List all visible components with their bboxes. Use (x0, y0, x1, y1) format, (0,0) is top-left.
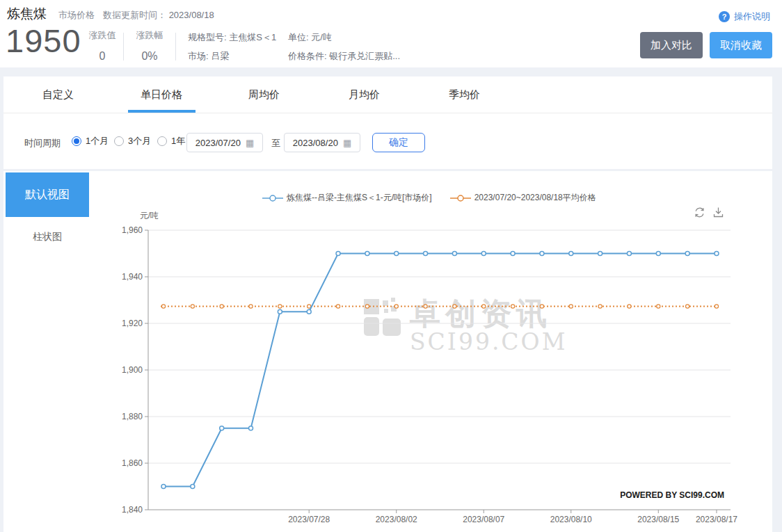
page-header: 炼焦煤 市场价格 数据更新时间： 2023/08/18 1950 涨跌值 0 涨… (0, 0, 782, 67)
current-price: 1950 (6, 22, 81, 60)
unfavorite-button[interactable]: 取消收藏 (710, 32, 772, 58)
end-date-input[interactable]: 2023/08/20 ▦ (284, 133, 360, 152)
svg-text:2023/08/10: 2023/08/10 (550, 515, 592, 524)
to-label: 至 (271, 137, 280, 150)
calendar-icon: ▦ (343, 138, 351, 147)
active-tab-underline (128, 110, 196, 113)
change-value-block: 涨跌值 0 (85, 29, 120, 63)
divider (123, 33, 124, 61)
svg-text:2023/08/17: 2023/08/17 (696, 515, 737, 524)
spec-unit: 单位: 元/吨 (288, 28, 400, 47)
svg-text:1,900: 1,900 (122, 365, 143, 375)
spec-model: 规格型号: 主焦煤S＜1 (188, 28, 276, 47)
radio-button-icon (72, 136, 81, 146)
svg-text:1,860: 1,860 (122, 458, 143, 468)
confirm-button[interactable]: 确定 (372, 133, 425, 152)
tab-monthly-avg[interactable]: 月均价 (349, 88, 380, 102)
change-pct-block: 涨跌幅 0% (132, 29, 167, 63)
svg-text:2023/08/15: 2023/08/15 (637, 515, 679, 524)
svg-text:1,880: 1,880 (122, 412, 143, 421)
question-mark-icon: ? (719, 11, 730, 22)
tab-bar: 自定义 单日价格 周均价 月均价 季均价 (3, 76, 772, 113)
start-date-input[interactable]: 2023/07/20 ▦ (186, 133, 263, 152)
svg-text:1,920: 1,920 (122, 319, 143, 328)
update-time-label: 数据更新时间： (103, 10, 166, 20)
radio-1-month-label: 1个月 (86, 135, 109, 147)
svg-text:1,940: 1,940 (122, 272, 143, 282)
radio-3-month-label: 3个月 (128, 135, 151, 147)
calendar-icon: ▦ (246, 138, 254, 147)
divider (175, 33, 176, 61)
svg-text:2023/08/07: 2023/08/07 (463, 515, 504, 524)
tab-custom[interactable]: 自定义 (42, 88, 74, 102)
radio-1-month[interactable]: 1个月 (72, 135, 109, 147)
tab-quarterly-avg[interactable]: 季均价 (449, 88, 480, 102)
radio-1-year-label: 1年 (171, 135, 185, 147)
add-compare-button[interactable]: 加入对比 (640, 32, 703, 58)
spec-column-1: 规格型号: 主焦煤S＜1 市场: 吕梁 (188, 28, 276, 65)
help-label: 操作说明 (734, 10, 770, 23)
radio-3-month[interactable]: 3个月 (114, 135, 151, 147)
help-link[interactable]: ? 操作说明 (719, 10, 770, 23)
svg-text:1,960: 1,960 (122, 225, 143, 235)
spec-market: 市场: 吕梁 (188, 47, 276, 65)
update-time: 数据更新时间： 2023/08/18 (103, 9, 214, 22)
change-pct-label: 涨跌幅 (132, 29, 167, 42)
radio-button-icon (114, 136, 124, 146)
radio-1-year[interactable]: 1年 (157, 135, 185, 147)
tab-weekly-avg[interactable]: 周均价 (248, 88, 280, 102)
change-value-label: 涨跌值 (85, 29, 120, 42)
spec-price-condition: 价格条件: 银行承兑汇票贴... (288, 47, 400, 65)
svg-text:2023/08/02: 2023/08/02 (376, 515, 417, 524)
update-time-value: 2023/08/18 (169, 10, 214, 20)
start-date-value: 2023/07/20 (196, 138, 241, 148)
time-period-label: 时间周期 (24, 137, 61, 150)
product-title: 炼焦煤 (7, 5, 47, 23)
price-line-chart: 1,9601,9401,9201,9001,8801,8601,840元/吨20… (3, 171, 772, 532)
svg-text:1,840: 1,840 (122, 505, 143, 515)
page: { "header": { "title": "炼焦煤", "subtitle"… (0, 0, 782, 532)
chart-card: 默认视图 柱状图 炼焦煤--吕梁-主焦煤S＜1-元/吨[市场价] 2023/07… (3, 171, 772, 532)
time-filter-row: 时间周期 1个月 3个月 1年 2023/07/20 ▦ 至 2023/08/2… (3, 113, 772, 169)
end-date-value: 2023/08/20 (293, 138, 338, 148)
change-value: 0 (85, 50, 120, 63)
tabs-filter-card: 自定义 单日价格 周均价 月均价 季均价 时间周期 1个月 3个月 1年 202… (3, 76, 772, 169)
svg-text:2023/07/28: 2023/07/28 (288, 515, 330, 524)
price-type-label: 市场价格 (58, 9, 95, 22)
tab-daily-price[interactable]: 单日价格 (141, 88, 182, 102)
radio-button-icon (157, 136, 167, 146)
change-pct: 0% (132, 50, 167, 63)
svg-text:元/吨: 元/吨 (140, 211, 159, 220)
spec-column-2: 单位: 元/吨 价格条件: 银行承兑汇票贴... (288, 28, 400, 65)
